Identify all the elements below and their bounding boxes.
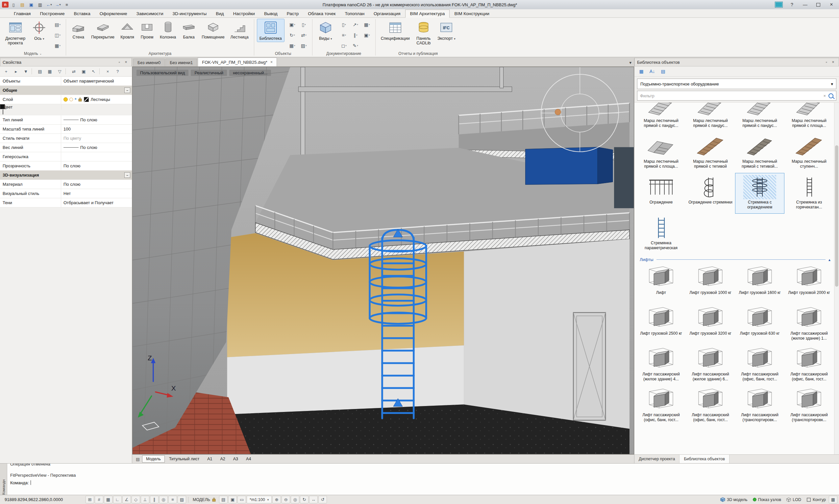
- panel-tab-Диспетчер проекта[interactable]: Диспетчер проекта: [635, 455, 679, 463]
- property-row-Материал[interactable]: МатериалПо слою: [0, 180, 132, 189]
- status-toggle-ptrack[interactable]: ∥: [150, 496, 159, 503]
- doc-stamp-icon[interactable]: ▣: [361, 30, 373, 40]
- library-item[interactable]: Марш лестничный прямой с площа...: [637, 132, 686, 173]
- ribbon-tool-Перекрытие[interactable]: Перекрытие: [88, 19, 117, 41]
- command-prompt[interactable]: Команда:: [10, 479, 836, 487]
- property-value[interactable]: По цвету: [61, 134, 132, 143]
- pointer-icon[interactable]: ↖: [89, 67, 99, 76]
- status-pan[interactable]: ↔: [309, 496, 318, 503]
- property-row-Масштаб типа линий[interactable]: Масштаб типа линий100: [0, 125, 132, 134]
- property-value[interactable]: По слою: [61, 161, 132, 170]
- library-item[interactable]: Лифт грузовой 1600 кг: [735, 263, 784, 304]
- property-value[interactable]: Нет: [61, 189, 132, 198]
- category-view-icon[interactable]: ▦: [45, 67, 55, 76]
- doc-sheet-icon[interactable]: ▯: [338, 19, 350, 30]
- library-section-lifts[interactable]: Лифты▴: [637, 254, 834, 263]
- select-icon[interactable]: ▸: [11, 67, 21, 76]
- interface-settings-icon[interactable]: ≡: [63, 1, 71, 8]
- library-item[interactable]: Лифт пассажирский (жилое здание) 6...: [686, 345, 735, 386]
- library-item[interactable]: Лифт пассажирский (офис, банк, гост...: [686, 386, 735, 427]
- library-item[interactable]: Лифт пассажирский (офис, банк, гост...: [637, 386, 686, 427]
- status-zoom-extents[interactable]: ◎: [291, 496, 299, 503]
- license-table-icon[interactable]: [772, 1, 785, 8]
- viewport-3d[interactable]: Z X Поль: [132, 67, 634, 454]
- block-edit-icon[interactable]: ▣: [79, 67, 88, 76]
- status-toggle-ortho[interactable]: ∟: [113, 496, 122, 503]
- panel-pin-icon[interactable]: ▫: [823, 59, 830, 65]
- library-item[interactable]: Марш лестничный прямой с пандус...: [686, 102, 735, 132]
- library-item[interactable]: Лифт пассажирский (жилое здание) 1...: [784, 304, 834, 345]
- filter-icon[interactable]: ▽: [55, 67, 65, 76]
- library-item[interactable]: Лифт пассажирский (офис, банк, гост...: [784, 345, 834, 386]
- library-item[interactable]: Лифт пассажирский (транспортировк...: [784, 386, 834, 427]
- search-icon[interactable]: [828, 93, 834, 98]
- status-lod[interactable]: LOD: [784, 498, 803, 502]
- status-toggle-hatch[interactable]: ▨: [178, 496, 186, 503]
- document-tab-FOK-VN_АР_ПМ_П_NBB25.dwg*[interactable]: FOK-VN_АР_ПМ_П_NBB25.dwg*×: [198, 57, 277, 67]
- ribbon-tool-Кровля[interactable]: Кровля: [118, 19, 137, 41]
- layer-sun-icon[interactable]: [69, 98, 73, 101]
- object-insert-icon[interactable]: ▣: [287, 19, 298, 30]
- coordinates-display[interactable]: 91889.8294,9622.2860,0.0000: [2, 497, 85, 502]
- library-item[interactable]: Марш лестничный прямой с пандус...: [735, 102, 784, 132]
- ribbon-tool-Колонна[interactable]: Колонна: [157, 19, 179, 41]
- layer-on-icon[interactable]: [64, 97, 68, 102]
- ribbon-tool-Стена[interactable]: Стена: [69, 19, 88, 41]
- doc-edit-icon[interactable]: ✎: [350, 40, 361, 51]
- status-prev-view[interactable]: ↺: [318, 496, 327, 503]
- ribbon-tool-Лестница[interactable]: Лестница: [228, 19, 251, 41]
- property-row-Объекты[interactable]: ОбъектыОбъект параметрический: [0, 77, 132, 86]
- layout-tab-Титульный лист[interactable]: Титульный лист: [165, 456, 203, 462]
- ribbon-tab-Вид[interactable]: Вид: [211, 10, 228, 17]
- document-tab-Без имени0[interactable]: Без имени0: [133, 58, 165, 67]
- object-swap-icon[interactable]: ⇄: [298, 30, 309, 40]
- library-item[interactable]: Лифт: [637, 263, 686, 304]
- list-view-icon[interactable]: ▤: [35, 67, 45, 76]
- help-icon[interactable]: ?: [786, 1, 798, 8]
- doc-table-icon[interactable]: ▦: [361, 19, 373, 30]
- thumbs-icon[interactable]: ▦: [637, 67, 646, 76]
- sort-az-icon[interactable]: А↓: [647, 67, 657, 76]
- object-grid-icon[interactable]: ▦: [287, 40, 298, 51]
- clear-filter-icon[interactable]: ×: [823, 93, 826, 98]
- status-cube-3d[interactable]: 3D модель: [718, 497, 750, 502]
- app-logo-icon[interactable]: n: [2, 2, 8, 7]
- status-toggle-dyn-input[interactable]: ◎: [159, 496, 168, 503]
- property-value[interactable]: По слою: [61, 115, 132, 124]
- property-value[interactable]: По слою: [61, 180, 132, 189]
- library-item[interactable]: Марш лестничный прямой с пандус...: [637, 102, 686, 132]
- status-zoom-in[interactable]: ⊕: [272, 496, 281, 503]
- library-item[interactable]: Стремянка с ограждением: [735, 173, 784, 214]
- clear-selection-icon[interactable]: ×: [103, 67, 112, 76]
- status-contour[interactable]: Контур: [804, 498, 828, 502]
- library-item[interactable]: Лифт грузовой 1000 кг: [686, 263, 735, 304]
- library-item[interactable]: Лифт грузовой 2000 кг: [784, 263, 834, 304]
- library-scrollbar[interactable]: [834, 103, 839, 454]
- viewport-control-Пользовательский вид[interactable]: Пользовательский вид: [137, 70, 189, 76]
- ribbon-tab-Вывод[interactable]: Вывод: [260, 10, 282, 17]
- open-file-icon[interactable]: ▤: [18, 1, 26, 8]
- library-item[interactable]: Лифт грузовой 2500 кг: [637, 304, 686, 345]
- print-icon[interactable]: ▥: [36, 1, 44, 8]
- status-expand[interactable]: ▭: [237, 496, 246, 503]
- ribbon-tab-Настройки[interactable]: Настройки: [229, 10, 260, 17]
- property-row-Тени[interactable]: ТениОтбрасывает и Получает: [0, 198, 132, 208]
- doc-axis-icon[interactable]: ∥: [350, 30, 361, 40]
- object-update-icon[interactable]: ↻: [287, 30, 298, 40]
- ribbon-tool-Экспорт[interactable]: IFCЭкспорт ▾: [435, 19, 458, 42]
- library-item[interactable]: Марш лестничный прямой с тетивой...: [735, 132, 784, 173]
- panel-close-icon[interactable]: ×: [830, 59, 836, 65]
- ribbon-tool-Балка[interactable]: Балка: [179, 19, 198, 41]
- ribbon-tab-Растр[interactable]: Растр: [282, 10, 304, 17]
- scale-selector[interactable]: *m1:100▾: [247, 496, 272, 503]
- doc-note-icon[interactable]: ≡: [338, 30, 350, 40]
- panel-pin-icon[interactable]: ▫: [116, 59, 123, 65]
- save-file-icon[interactable]: ▣: [27, 1, 35, 8]
- status-toggle-snap-step[interactable]: #: [95, 496, 103, 503]
- tab-list-icon[interactable]: ▾: [627, 60, 634, 67]
- property-value[interactable]: По слою: [0, 109, 5, 114]
- status-toggle-numpad[interactable]: ⊞: [86, 496, 94, 503]
- compass-orbit-dot[interactable]: [555, 109, 561, 115]
- new-file-icon[interactable]: ▯: [10, 1, 17, 8]
- ribbon-tool-Проем[interactable]: Проем: [138, 19, 157, 41]
